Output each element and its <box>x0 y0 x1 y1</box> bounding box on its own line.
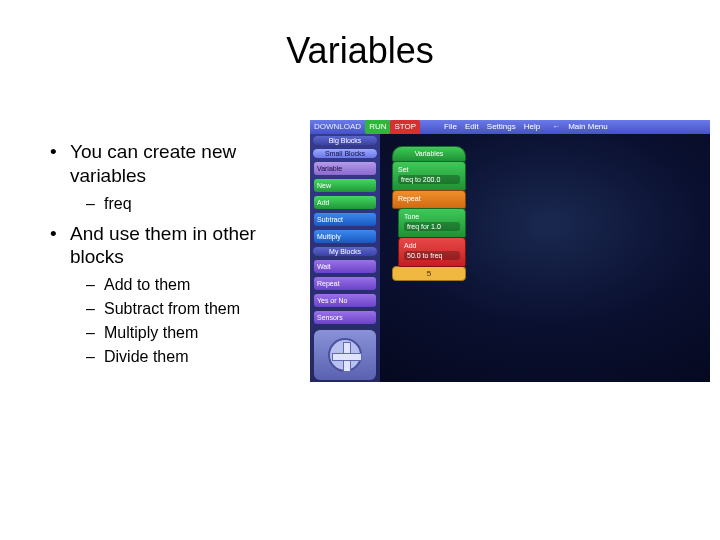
palette-op-add[interactable]: Add <box>314 196 376 209</box>
palette-big-blocks[interactable]: Big Blocks <box>313 136 377 145</box>
block-repeat[interactable]: Repeat <box>392 190 466 209</box>
menu-edit[interactable]: Edit <box>461 120 483 134</box>
bullet-1: You can create new variables freq <box>50 140 310 214</box>
bullet-2-sub-2: Subtract from them <box>70 299 310 319</box>
menu-file[interactable]: File <box>440 120 461 134</box>
palette-small-blocks[interactable]: Small Blocks <box>313 149 377 158</box>
palette-category-variable[interactable]: Variable <box>314 162 376 175</box>
block-set-label: Set <box>398 166 409 173</box>
menu-download[interactable]: DOWNLOAD <box>310 120 365 134</box>
bullet-2-sub-4: Divide them <box>70 347 310 367</box>
block-tone[interactable]: Tone freq for 1.0 <box>398 208 466 238</box>
block-add[interactable]: Add 50.0 to freq <box>398 237 466 267</box>
slide-body: You can create new variables freq And us… <box>50 140 310 375</box>
menu-help[interactable]: Help <box>520 120 544 134</box>
block-add-label: Add <box>404 242 416 249</box>
block-set-value[interactable]: freq to 200.0 <box>398 175 460 184</box>
bullet-2: And use them in other blocks Add to them… <box>50 222 310 368</box>
dpad-icon[interactable] <box>328 338 362 372</box>
slide-title: Variables <box>0 30 720 72</box>
palette-op-multiply[interactable]: Multiply <box>314 230 376 243</box>
arrow-left-icon: ← <box>548 120 564 134</box>
palette-op-new[interactable]: New <box>314 179 376 192</box>
palette-user-wait[interactable]: Wait <box>314 260 376 273</box>
menu-stop[interactable]: STOP <box>390 120 420 134</box>
bullet-2-text: And use them in other blocks <box>70 223 256 268</box>
menu-run[interactable]: RUN <box>365 120 390 134</box>
palette-user-repeat[interactable]: Repeat <box>314 277 376 290</box>
dpad-panel <box>314 330 376 380</box>
menu-main-menu[interactable]: Main Menu <box>564 120 612 134</box>
bullet-1-sub-1: freq <box>70 194 310 214</box>
program-stack[interactable]: Variables Set freq to 200.0 Repeat Tone … <box>392 146 466 281</box>
bullet-2-sub-3: Multiply them <box>70 323 310 343</box>
palette-op-subtract[interactable]: Subtract <box>314 213 376 226</box>
block-variables-hat[interactable]: Variables <box>392 146 466 162</box>
block-tone-label: Tone <box>404 213 419 220</box>
app-screenshot: DOWNLOAD RUN STOP File Edit Settings Hel… <box>310 120 710 382</box>
bullet-1-text: You can create new variables <box>70 141 236 186</box>
palette-user-yesno[interactable]: Yes or No <box>314 294 376 307</box>
menubar: DOWNLOAD RUN STOP File Edit Settings Hel… <box>310 120 710 134</box>
block-tone-value[interactable]: freq for 1.0 <box>404 222 460 231</box>
palette-my-blocks[interactable]: My Blocks <box>313 247 377 256</box>
block-repeat-count[interactable]: 5 <box>392 266 466 281</box>
block-set[interactable]: Set freq to 200.0 <box>392 161 466 191</box>
palette-user-sensors[interactable]: Sensors <box>314 311 376 324</box>
bullet-2-sub-1: Add to them <box>70 275 310 295</box>
palette: Big Blocks Small Blocks Variable New Add… <box>310 134 380 382</box>
menu-settings[interactable]: Settings <box>483 120 520 134</box>
block-repeat-label: Repeat <box>398 195 421 202</box>
block-add-value[interactable]: 50.0 to freq <box>404 251 460 260</box>
